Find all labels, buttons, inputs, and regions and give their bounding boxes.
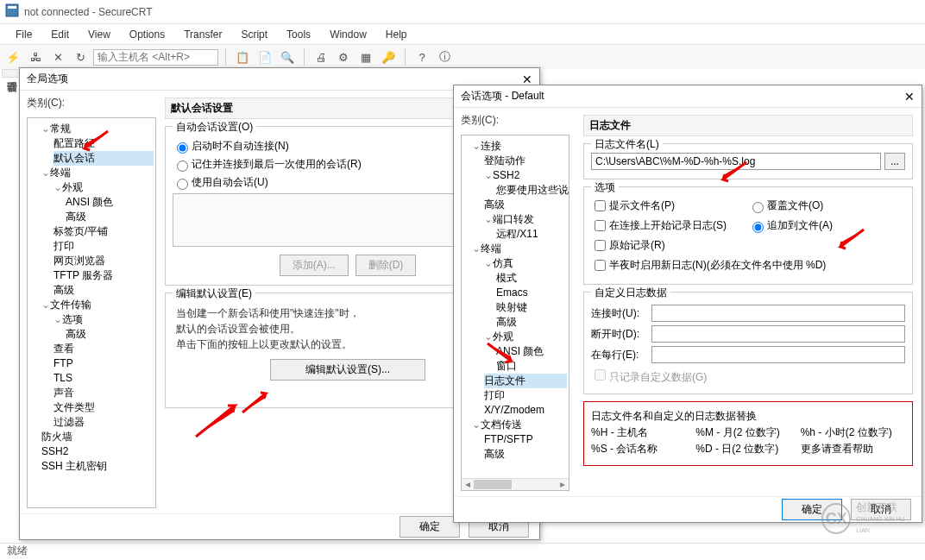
tree2-remote-x11[interactable]: 远程/X11 [496,227,567,242]
radio-overwrite[interactable] [752,202,764,213]
tree-filters[interactable]: 过滤器 [53,415,154,430]
eachline-input[interactable] [651,346,905,363]
dlg1-tree-label: 类别(C): [27,96,156,110]
toolbar: ⚡ 🖧 ✕ ↻ 📋 📄 🔍 🖨 ⚙ ▦ 🔑 ? ⓘ [0,45,925,69]
tree2-mode[interactable]: 模式 [496,271,567,286]
tree-hscroll[interactable]: ◂▸ [462,478,569,490]
browse-button[interactable]: ... [884,153,905,170]
menu-transfer[interactable]: Transfer [175,27,230,42]
tree-advanced[interactable]: 高级 [66,210,154,224]
chk-start-on-connect[interactable] [595,220,606,231]
tree2-ssh2-hint[interactable]: 您要使用这些说 [496,183,567,198]
tree2-logon[interactable]: 登陆动作 [484,154,567,168]
radio-remember-last[interactable] [177,160,188,172]
watermark-logo-icon: CX [821,503,851,534]
tree2-logfile[interactable]: 日志文件 [484,374,567,388]
tree-advanced3[interactable]: 高级 [66,327,154,342]
delete-button[interactable]: 删除(D) [356,255,417,276]
chk-rawlog[interactable] [595,240,606,251]
menubar: File Edit View Options Transfer Script T… [0,24,925,45]
edit-default-button[interactable]: 编辑默认设置(S)... [270,359,425,381]
tree-filetypes[interactable]: 文件类型 [53,400,154,415]
custom-data-legend: 自定义日志数据 [591,286,670,300]
chk-prompt-filename[interactable] [595,200,606,211]
toolbar-connect-icon[interactable]: ⚡ [3,47,22,66]
tree2-portfwd[interactable]: 端口转发 [493,213,534,225]
tree2-ssh2[interactable]: SSH2 [493,169,519,181]
tree2-connection[interactable]: 连接 [481,140,501,152]
toolbar-sep2 [304,48,305,66]
toolbar-key-icon[interactable]: 🔑 [379,47,398,66]
tree2-xyz[interactable]: X/Y/Zmodem [484,403,567,418]
tree-ssh2[interactable]: SSH2 [41,444,154,459]
host-input[interactable] [93,49,218,66]
tree2-appearance[interactable]: 外观 [493,330,513,343]
add-button[interactable]: 添加(A)... [280,255,349,276]
tree2-advanced2[interactable]: 高级 [496,315,567,330]
tree-advanced2[interactable]: 高级 [53,283,154,298]
tree2-emulation[interactable]: 仿真 [493,257,513,269]
tree-ansi-color[interactable]: ANSI 颜色 [66,195,154,210]
log-options-legend: 选项 [591,180,619,195]
chk-midnight[interactable] [595,260,606,271]
menu-file[interactable]: File [7,27,41,42]
tree-ftp[interactable]: FTP [53,356,154,371]
tree-sshkeys[interactable]: SSH 主机密钥 [41,459,154,474]
tree2-advanced3[interactable]: 高级 [484,447,567,462]
radio-use-auto[interactable] [177,179,188,190]
tree-filetransfer[interactable]: 文件传输 [50,299,91,311]
tree-print[interactable]: 打印 [53,239,154,254]
dlg2-close-icon[interactable]: ✕ [904,90,915,104]
radio-append[interactable] [752,222,764,233]
menu-edit[interactable]: Edit [42,27,78,42]
dlg1-ok-button[interactable]: 确定 [400,516,460,538]
toolbar-find-icon[interactable]: 🔍 [278,47,297,66]
arrow-annotation-5 [834,228,868,254]
tree-tabs[interactable]: 标签页/平铺 [53,224,154,239]
dlg2-title: 会话选项 - Default [461,89,544,104]
tree2-emacs[interactable]: Emacs [496,286,567,300]
toolbar-paste-icon[interactable]: 📄 [255,47,274,66]
statusbar: 就绪 [0,543,925,560]
toolbar-help-icon[interactable]: ? [412,47,431,66]
radio-no-auto-connect[interactable] [177,142,188,154]
dlg1-tree[interactable]: ⌄常规 配置路径 默认会话 ⌄终端 ⌄外观 ANSI 颜色 高级 [27,117,156,508]
menu-options[interactable]: Options [121,27,173,42]
tree2-doctransfer[interactable]: 文档传送 [481,418,522,431]
tree-web-browser[interactable]: 网页浏览器 [53,254,154,268]
toolbar-session-icon[interactable]: ▦ [356,47,375,66]
tree2-mapkey[interactable]: 映射键 [496,300,567,315]
main-titlebar: not connected - SecureCRT [0,0,925,24]
toolbar-disconnect-icon[interactable]: ✕ [48,47,67,66]
connect-input[interactable] [651,305,905,322]
menu-help[interactable]: Help [377,27,416,42]
menu-script[interactable]: Script [232,27,276,42]
tree2-print[interactable]: 打印 [484,388,567,403]
tree-general[interactable]: 常规 [50,123,71,135]
tree-tls[interactable]: TLS [53,371,154,386]
toolbar-copy-icon[interactable]: 📋 [233,47,252,66]
dlg2-tree[interactable]: ⌄连接 登陆动作 ⌄SSH2 您要使用这些说 高级 ⌄端口转发 远程/X11 [461,135,569,491]
tree2-terminal[interactable]: 终端 [481,242,501,255]
tree-tftp[interactable]: TFTP 服务器 [53,268,154,283]
tree-appearance[interactable]: 外观 [62,181,83,193]
arrow-annotation-3 [483,342,518,368]
toolbar-sep3 [405,48,406,66]
disconnect-input[interactable] [651,325,905,343]
tree-firewall[interactable]: 防火墙 [41,430,154,444]
toolbar-settings-icon[interactable]: ⚙ [334,47,353,66]
toolbar-flash-icon[interactable]: 🖧 [26,47,45,66]
tree-sound[interactable]: 声音 [53,386,154,400]
arrow-annotation-2b [192,400,243,440]
tree-options[interactable]: 选项 [62,313,83,325]
tree-terminal[interactable]: 终端 [50,167,71,179]
menu-tools[interactable]: Tools [278,27,319,42]
menu-window[interactable]: Window [321,27,375,42]
toolbar-print-icon[interactable]: 🖨 [311,47,330,66]
toolbar-reconnect-icon[interactable]: ↻ [71,47,90,66]
tree2-advanced[interactable]: 高级 [484,198,567,212]
toolbar-about-icon[interactable]: ⓘ [435,47,454,66]
tree-view[interactable]: 查看 [53,342,154,356]
menu-view[interactable]: View [79,27,119,42]
tree2-ftpsftp[interactable]: FTP/SFTP [484,432,567,447]
